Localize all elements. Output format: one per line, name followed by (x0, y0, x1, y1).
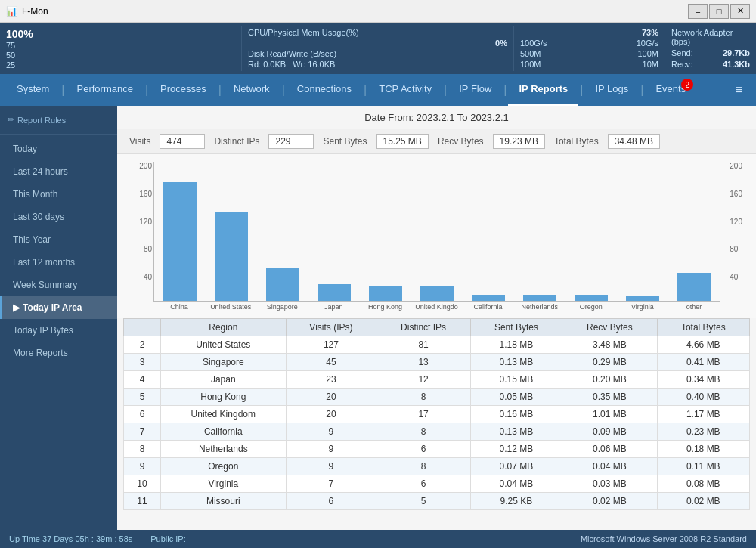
bar-label: Virginia (617, 303, 668, 311)
sidebar-header: ✏ Report Rules (0, 109, 117, 131)
sent-bytes-value: 15.25 MB (376, 134, 429, 149)
bar-group (308, 162, 360, 301)
sidebar-item-last12[interactable]: Last 12 months (0, 251, 117, 274)
sidebar-item-today[interactable]: Today (0, 138, 117, 160)
bar-chart: 200 160 120 80 40 200 160 120 80 40 (153, 162, 720, 302)
nav-performance[interactable]: Performance (67, 74, 144, 106)
bar-label: Singapore (256, 303, 308, 311)
maximize-button[interactable]: □ (709, 4, 729, 19)
table-cell: 0.18 MB (657, 441, 749, 458)
table-cell: California (161, 423, 286, 441)
sidebar-item-thisyear[interactable]: This Year (0, 228, 117, 251)
table-cell: 10 (124, 475, 161, 493)
nav-system[interactable]: System (6, 74, 60, 106)
bar-group (617, 162, 668, 301)
table-cell: 17 (376, 406, 470, 423)
date-header: Date From: 2023.2.1 To 2023.2.1 (117, 106, 756, 129)
chart-wrapper: 200 160 120 80 40 200 160 120 80 40 (153, 162, 720, 311)
table-cell: 11 (124, 493, 161, 510)
table-cell: 1.17 MB (657, 406, 749, 423)
table-cell: 0.20 MB (562, 371, 658, 389)
sys-col-net: Network Adapter (bps) Send: 29.7Kb Recv:… (665, 26, 756, 71)
table-row: 11Missouri659.25 KB0.02 MB0.02 MB (124, 493, 750, 510)
table-cell: 9 (286, 441, 376, 458)
table-cell: 127 (286, 336, 376, 354)
table-cell: 6 (376, 441, 470, 458)
data-table-wrapper: Region Visits (IPs) Distinct IPs Sent By… (117, 318, 756, 516)
bar (420, 286, 454, 301)
table-cell: 4.66 MB (657, 336, 749, 354)
table-cell: United States (161, 336, 286, 354)
bar-label: Netherlands (514, 303, 565, 311)
visits-label: Visits (129, 136, 150, 147)
bar (523, 295, 556, 301)
nav-menu-button[interactable]: ≡ (728, 74, 750, 106)
table-cell: 3 (124, 354, 161, 371)
sidebar-item-thismonth[interactable]: This Month (0, 183, 117, 206)
bar (369, 286, 402, 301)
table-cell: 5 (376, 493, 470, 510)
recv-bytes-value: 19.23 MB (493, 134, 545, 149)
table-row: 10Virginia760.04 MB0.03 MB0.08 MB (124, 475, 750, 493)
th-sent: Sent Bytes (470, 319, 562, 336)
bar (318, 284, 351, 301)
sidebar-item-morereports[interactable]: More Reports (0, 342, 117, 364)
bar (266, 268, 299, 301)
bar-group (514, 162, 565, 301)
table-cell: 7 (124, 423, 161, 441)
bar-label: United States (205, 303, 256, 311)
sidebar-item-todayipbytes[interactable]: Today IP Bytes (0, 319, 117, 342)
table-cell: 0.34 MB (657, 371, 749, 389)
table-cell: 0.41 MB (657, 354, 749, 371)
table-cell: Singapore (161, 354, 286, 371)
table-cell: 0.29 MB (562, 354, 658, 371)
table-cell: 0.07 MB (470, 458, 562, 475)
nav-processes[interactable]: Processes (150, 74, 217, 106)
total-bytes-value: 34.48 MB (608, 134, 660, 149)
table-row: 9Oregon980.07 MB0.04 MB0.11 MB (124, 458, 750, 475)
table-row: 4Japan23120.15 MB0.20 MB0.34 MB (124, 371, 750, 389)
table-row: 3Singapore45130.13 MB0.29 MB0.41 MB (124, 354, 750, 371)
cpu-usage-pct: 100% (6, 28, 33, 40)
bar-group (668, 162, 720, 301)
nav-tcp-activity[interactable]: TCP Activity (368, 74, 442, 106)
table-cell: 0.35 MB (562, 389, 658, 406)
nav-events[interactable]: Events 2 (645, 74, 696, 106)
table-cell: 0.03 MB (562, 475, 658, 493)
nav-ip-reports[interactable]: IP Reports (508, 74, 578, 106)
y-axis-left: 200 160 120 80 40 (133, 162, 152, 301)
table-cell: 9 (286, 458, 376, 475)
table-cell: 1.18 MB (470, 336, 562, 354)
minimize-button[interactable]: – (688, 4, 708, 19)
mem-label-25: 25 (6, 60, 15, 70)
sidebar-divider (0, 134, 117, 135)
bar (677, 273, 711, 301)
sent-bytes-label: Sent Bytes (323, 136, 367, 147)
table-cell: 0.13 MB (470, 354, 562, 371)
table-cell: 6 (286, 493, 376, 510)
th-distinct: Distinct IPs (376, 319, 470, 336)
table-cell: Missouri (161, 493, 286, 510)
th-total: Total Bytes (657, 319, 749, 336)
sidebar-item-last24[interactable]: Last 24 hours (0, 160, 117, 183)
table-cell: 0.02 MB (657, 493, 749, 510)
data-table: Region Visits (IPs) Distinct IPs Sent By… (123, 318, 750, 510)
sidebar-item-last30[interactable]: Last 30 days (0, 206, 117, 228)
nav-connections[interactable]: Connections (287, 74, 362, 106)
table-cell: 0.13 MB (470, 423, 562, 441)
close-button[interactable]: ✕ (730, 4, 750, 19)
table-cell: 0.02 MB (562, 493, 658, 510)
table-row: 2United States127811.18 MB3.48 MB4.66 MB (124, 336, 750, 354)
sidebar-item-weeksummary[interactable]: Week Summary (0, 274, 117, 296)
th-visits: Visits (IPs) (286, 319, 376, 336)
table-cell: 0.09 MB (562, 423, 658, 441)
nav-ip-logs[interactable]: IP Logs (584, 74, 639, 106)
recv-bytes-label: Recv Bytes (438, 136, 484, 147)
nav-network[interactable]: Network (223, 74, 280, 106)
table-cell: 23 (286, 371, 376, 389)
table-cell: 9 (124, 458, 161, 475)
bar-label: United Kingdo (411, 303, 462, 311)
sidebar-item-todayiparea[interactable]: ▶Today IP Area (0, 296, 117, 319)
table-cell: 0.40 MB (657, 389, 749, 406)
nav-ip-flow[interactable]: IP Flow (448, 74, 502, 106)
